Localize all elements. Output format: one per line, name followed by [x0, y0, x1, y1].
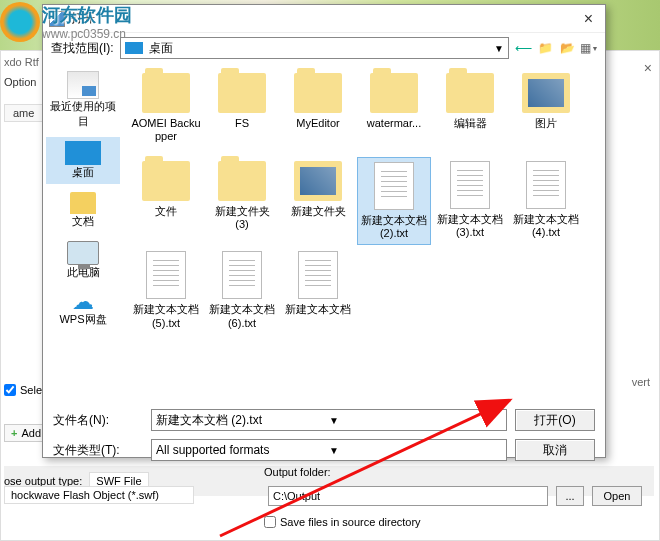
- text-file-icon: [222, 251, 262, 299]
- nav-toolbar: ⟵ 📁 📂 ▦: [515, 40, 597, 56]
- file-item[interactable]: 新建文本文档 (3).txt: [433, 157, 507, 245]
- file-label: 新建文本文档 (4).txt: [511, 213, 581, 239]
- file-item[interactable]: FS: [205, 69, 279, 155]
- filetype-label: 文件类型(T):: [53, 442, 143, 459]
- places-bar: 最近使用的项目 桌面 文档 此电脑 ☁ WPS网盘: [43, 63, 123, 403]
- bg-column-name[interactable]: ame: [4, 104, 44, 122]
- dropdown-arrow-icon: ▼: [494, 43, 504, 54]
- folder-icon: [370, 73, 418, 113]
- file-item[interactable]: watermar...: [357, 69, 431, 155]
- select-all-input[interactable]: [4, 384, 16, 396]
- text-file-icon: [374, 162, 414, 210]
- combo-arrow-icon: ▼: [329, 445, 502, 456]
- text-file-icon: [146, 251, 186, 299]
- place-wps[interactable]: ☁ WPS网盘: [46, 288, 120, 331]
- look-in-label: 查找范围(I):: [51, 40, 114, 57]
- folder-icon: [142, 73, 190, 113]
- folder-icon: [218, 73, 266, 113]
- output-folder-input[interactable]: [268, 486, 548, 506]
- file-item[interactable]: 新建文件夹: [281, 157, 355, 245]
- file-item[interactable]: AOMEI Backupper: [129, 69, 203, 155]
- file-item[interactable]: 新建文本文档 (4).txt: [509, 157, 583, 245]
- file-label: 新建文件夹: [291, 205, 346, 218]
- open-folder-button[interactable]: Open: [592, 486, 642, 506]
- dialog-body: 最近使用的项目 桌面 文档 此电脑 ☁ WPS网盘 AOMEI Backuppe…: [43, 63, 605, 403]
- cloud-icon: ☁: [69, 292, 97, 312]
- dialog-close-button[interactable]: ×: [578, 10, 599, 28]
- file-label: AOMEI Backupper: [131, 117, 201, 143]
- place-recent[interactable]: 最近使用的项目: [46, 67, 120, 133]
- view-menu-icon[interactable]: ▦: [581, 40, 597, 56]
- place-label: 最近使用的项目: [48, 99, 118, 129]
- file-item[interactable]: 新建文本文档: [281, 247, 355, 333]
- text-file-icon: [526, 161, 566, 209]
- file-label: 图片: [535, 117, 557, 130]
- file-label: MyEditor: [296, 117, 339, 130]
- watermark-title: 河东软件园: [42, 3, 132, 27]
- new-folder-icon[interactable]: 📂: [559, 40, 575, 56]
- save-in-source-input[interactable]: [264, 516, 276, 528]
- place-desktop[interactable]: 桌面: [46, 137, 120, 184]
- combo-arrow-icon: ▼: [329, 415, 502, 426]
- file-label: 编辑器: [454, 117, 487, 130]
- convert-button-fragment[interactable]: vert: [632, 376, 650, 388]
- desktop-icon: [125, 42, 143, 54]
- place-label: 文档: [72, 214, 94, 229]
- nav-up-icon[interactable]: 📁: [537, 40, 553, 56]
- file-open-dialog: 打开 × 查找范围(I): 桌面 ▼ ⟵ 📁 📂 ▦ 最近使用的项目 桌面: [42, 4, 606, 458]
- file-item[interactable]: 文件: [129, 157, 203, 245]
- file-item[interactable]: 新建文本文档 (5).txt: [129, 247, 203, 333]
- folder-icon: [142, 161, 190, 201]
- look-in-value: 桌面: [149, 40, 173, 57]
- file-label: 新建文本文档 (5).txt: [131, 303, 201, 329]
- text-file-icon: [298, 251, 338, 299]
- browse-button[interactable]: ...: [556, 486, 584, 506]
- file-label: FS: [235, 117, 249, 130]
- place-label: WPS网盘: [59, 312, 106, 327]
- filetype-combobox[interactable]: All supported formats ▼: [151, 439, 507, 461]
- this-pc-icon: [67, 241, 99, 265]
- folder-icon: [522, 73, 570, 113]
- filetype-row: 文件类型(T): All supported formats ▼ 取消: [53, 439, 595, 461]
- file-label: 新建文本文档 (3).txt: [435, 213, 505, 239]
- folder-icon: [294, 161, 342, 201]
- filename-value: 新建文本文档 (2).txt: [156, 412, 329, 429]
- open-button[interactable]: 打开(O): [515, 409, 595, 431]
- save-in-source-checkbox[interactable]: Save files in source directory: [264, 516, 421, 528]
- bg-app-close-icon[interactable]: ×: [644, 60, 652, 76]
- output-format-dropdown[interactable]: hockwave Flash Object (*.swf): [4, 486, 194, 504]
- nav-back-icon[interactable]: ⟵: [515, 40, 531, 56]
- recent-icon: [67, 71, 99, 99]
- site-watermark: 河东软件园 www.pc0359.cn: [0, 2, 132, 42]
- file-item[interactable]: 新建文本文档 (2).txt: [357, 157, 431, 245]
- place-documents[interactable]: 文档: [46, 188, 120, 233]
- filetype-value: All supported formats: [156, 443, 329, 457]
- file-label: 新建文本文档: [285, 303, 351, 316]
- file-item[interactable]: 新建文本文档 (6).txt: [205, 247, 279, 333]
- file-item[interactable]: 图片: [509, 69, 583, 155]
- file-label: 新建文本文档 (6).txt: [207, 303, 277, 329]
- file-label: 新建文本文档 (2).txt: [360, 214, 428, 240]
- site-logo-icon: [0, 2, 40, 42]
- plus-icon: +: [11, 427, 17, 439]
- file-label: watermar...: [367, 117, 421, 130]
- bg-app-title: xdo Rtf: [4, 56, 39, 68]
- documents-icon: [70, 192, 96, 214]
- file-item[interactable]: 新建文件夹 (3): [205, 157, 279, 245]
- place-this-pc[interactable]: 此电脑: [46, 237, 120, 284]
- file-item[interactable]: MyEditor: [281, 69, 355, 155]
- look-in-dropdown[interactable]: 桌面 ▼: [120, 37, 509, 59]
- folder-icon: [294, 73, 342, 113]
- text-file-icon: [450, 161, 490, 209]
- file-list[interactable]: AOMEI BackupperFSMyEditorwatermar...编辑器图…: [123, 63, 605, 403]
- dialog-footer: 文件名(N): 新建文本文档 (2).txt ▼ 打开(O) 文件类型(T): …: [43, 403, 605, 467]
- select-all-checkbox[interactable]: Selec: [4, 384, 48, 396]
- bg-app-menu-option[interactable]: Option: [4, 76, 36, 88]
- file-label: 新建文件夹 (3): [207, 205, 277, 231]
- file-item[interactable]: 编辑器: [433, 69, 507, 155]
- place-label: 桌面: [72, 165, 94, 180]
- desktop-place-icon: [65, 141, 101, 165]
- output-folder-label: Output folder:: [264, 466, 331, 478]
- filename-combobox[interactable]: 新建文本文档 (2).txt ▼: [151, 409, 507, 431]
- cancel-button[interactable]: 取消: [515, 439, 595, 461]
